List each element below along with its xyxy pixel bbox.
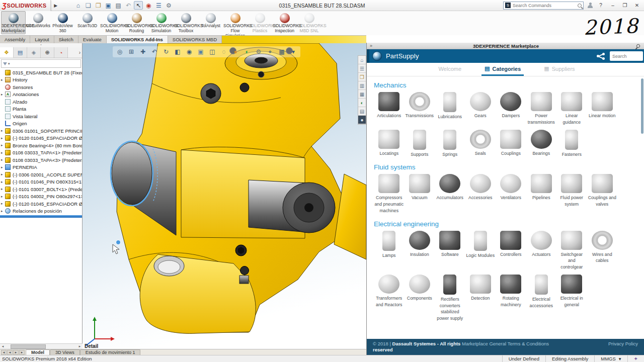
displaymanager-tab[interactable]: ◔	[54, 47, 68, 58]
tree-item[interactable]: ▸ 0108 03033_TAPA<1> (Predetermina	[0, 149, 82, 157]
pane-grip[interactable]	[367, 49, 369, 63]
ribbon-addin-button[interactable]: PhotoView 360	[50, 11, 75, 34]
tree-item[interactable]: ▸ (-) 0101 03007_BOLT<1> (Predeterm	[0, 186, 82, 193]
zoom-fit-icon[interactable]: ◎	[115, 48, 125, 55]
category-item[interactable]: Locatings	[374, 129, 405, 158]
category-item[interactable]: Fasteners	[556, 129, 587, 158]
partsupply-tab[interactable]: ▤ Categories	[481, 63, 524, 76]
category-item[interactable]: Switchgear and controlgear	[556, 230, 587, 270]
ribbon-addin-button[interactable]: SOLIDWORKS Flow Simulation	[223, 11, 248, 39]
category-item[interactable]: Lamps	[374, 230, 405, 270]
ribbon-addin-button[interactable]: SOLIDWORKS Routing	[124, 11, 149, 34]
ribbon-addin-button[interactable]: SOLIDWORKS Plastics	[248, 11, 272, 34]
previous-tab-icon[interactable]: ◄	[7, 350, 13, 355]
category-item[interactable]: Pipelines	[526, 173, 557, 214]
category-item[interactable]: Lubrications	[435, 91, 465, 126]
tree-item[interactable]: ▸ PERNERIA	[0, 164, 82, 171]
featuremanager-tree-tab[interactable]: ❖	[0, 47, 14, 58]
category-item[interactable]: Articulations	[374, 91, 405, 126]
tree-item[interactable]: ▸ History	[0, 76, 82, 84]
taskpane-home-icon[interactable]: ⌂	[358, 56, 366, 64]
tree-item[interactable]: ▸ (-) 0120 01045_ESPACIADOR Ø81xØ1	[0, 200, 82, 208]
category-item[interactable]: Ventilators	[496, 173, 526, 214]
rotate-view-icon[interactable]: ↻	[161, 48, 171, 55]
category-item[interactable]: Insulation	[405, 230, 435, 270]
category-item[interactable]: Gears	[465, 91, 496, 126]
category-item[interactable]: Logic Modules	[465, 230, 496, 270]
category-item[interactable]: Transmissions	[405, 91, 435, 126]
ribbon-addin-button[interactable]: ScanTo3D	[75, 11, 100, 29]
ribbon-addin-button[interactable]: CircuitWorks	[26, 11, 50, 29]
graphics-viewport[interactable]	[83, 43, 366, 349]
tree-item[interactable]: Sensores	[0, 83, 82, 91]
open-document-icon[interactable]: ❐	[94, 1, 103, 10]
tree-item[interactable]: ▸ Bronze Bearing<4> (80 mm Bore X 5	[0, 142, 82, 149]
category-item[interactable]: Compressors and pneumatic machines	[374, 173, 405, 214]
assembly-model-canvas[interactable]	[83, 43, 366, 349]
custom-properties-icon[interactable]: ▤	[358, 107, 366, 116]
category-item[interactable]: Fluid power system	[556, 173, 587, 214]
print-icon[interactable]: ▤	[114, 1, 123, 10]
tree-item[interactable]: ▸ (-) 0101 01046_PIN O80X315<1> (Pre	[0, 178, 82, 186]
command-tab[interactable]: SOLIDWORKS MBD	[168, 36, 222, 43]
bottom-tab[interactable]: Model	[26, 349, 50, 355]
command-tab[interactable]: SOLIDWORKS Add-Ins	[107, 36, 168, 43]
options-gear-icon[interactable]: ⚙	[164, 1, 173, 10]
pin-icon[interactable]	[636, 43, 641, 48]
tree-horizontal-scrollbar[interactable]: ◄ ►	[0, 343, 83, 349]
command-search-input[interactable]	[513, 3, 578, 8]
tab-strip-chevron-icon[interactable]: ›	[68, 47, 82, 58]
tree-item[interactable]: ▸ (-) 0101 04002_PIN O80x297<1> (Pre	[0, 193, 82, 201]
tree-item[interactable]: ▸ (-) 0120 01045_ESPACIADOR Ø81xØ1	[0, 135, 82, 142]
tree-item[interactable]: Origen	[0, 120, 82, 128]
category-item[interactable]: Springs	[435, 129, 465, 158]
tree-item[interactable]: Planta	[0, 106, 82, 113]
ribbon-addin-button[interactable]: TolAnalyst	[198, 11, 223, 29]
first-tab-icon[interactable]: ◄	[1, 350, 7, 355]
propertymanager-tab[interactable]: ▤	[14, 47, 27, 58]
scrollbar-thumb[interactable]	[11, 344, 46, 349]
category-item[interactable]: Linear guidance	[556, 91, 587, 126]
save-icon[interactable]: ▣	[104, 1, 113, 10]
display-style-icon[interactable]: ◫	[207, 48, 217, 55]
category-item[interactable]: Accessories	[465, 173, 496, 214]
partsupply-tab[interactable]: ▦ Suppliers	[541, 63, 578, 76]
design-library-icon[interactable]: ❒	[358, 73, 366, 81]
ribbon-addin-button[interactable]: SOLIDWORKS Toolbox	[174, 11, 198, 34]
tree-item[interactable]: Alzado	[0, 98, 82, 106]
file-explorer-icon[interactable]: ▥	[358, 81, 366, 90]
bottom-tab[interactable]: Estudio de movimiento 1	[80, 349, 141, 355]
tree-item[interactable]: ▸ Relaciones de posición	[0, 208, 82, 215]
category-item[interactable]: Seals	[465, 129, 496, 158]
panel-splitter-handle[interactable]: •	[0, 43, 82, 47]
category-item[interactable]: Bearings	[526, 129, 557, 158]
category-item[interactable]: Electrical accessories	[526, 274, 557, 322]
category-item[interactable]: Couplings	[496, 129, 526, 158]
category-item[interactable]: Software	[435, 230, 465, 270]
magnifier-icon[interactable]: ◉	[184, 48, 194, 55]
user-account-icon[interactable]	[588, 3, 593, 9]
camera-icon[interactable]: ▦	[277, 48, 287, 55]
category-item[interactable]: Components	[405, 274, 435, 322]
category-item[interactable]: Rotating machinery	[496, 274, 526, 322]
file-properties-icon[interactable]: ☰	[154, 1, 163, 10]
scroll-left-icon[interactable]: ◄	[0, 345, 6, 348]
apply-scene-icon[interactable]: ◐	[242, 48, 252, 55]
pan-icon[interactable]: ✚	[138, 48, 148, 55]
category-item[interactable]: Controllers	[496, 230, 526, 270]
privacy-link[interactable]: Privacy Policy	[549, 341, 638, 347]
ribbon-addin-button[interactable]: SOLIDWORKS Motion	[100, 11, 124, 34]
restore-button[interactable]: ❐	[621, 3, 629, 8]
tree-root-item[interactable]: 0315_ENSAMBLE BUT 28 (Fixed)	[0, 69, 82, 76]
tree-filter-box[interactable]: ▾	[1, 59, 81, 68]
zoom-area-icon[interactable]: ⊞	[126, 48, 136, 55]
category-item[interactable]: Electrical in general	[556, 274, 587, 322]
view-settings-icon[interactable]: ⚙	[254, 48, 264, 55]
category-item[interactable]: Accumulators	[435, 173, 465, 214]
ribbon-addin-button[interactable]: SOLIDWORKS Inspection	[272, 11, 297, 34]
category-item[interactable]: Linear motion	[587, 91, 618, 126]
tree-item[interactable]: ▸ 0108 03033_TAPA<3> (Predetermina	[0, 156, 82, 164]
rebuild-traffic-light-icon[interactable]: ◉	[144, 1, 153, 10]
category-item[interactable]: Actuators	[526, 230, 557, 270]
ribbon-addin-button[interactable]: SOLIDWORKS Simulation	[149, 11, 174, 34]
